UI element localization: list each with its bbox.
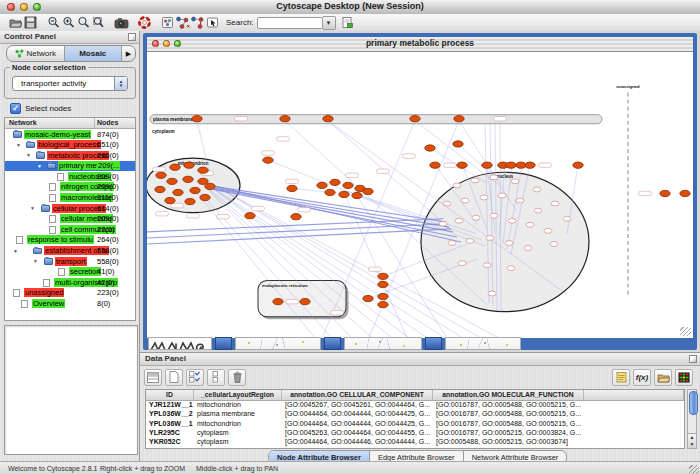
table-scrollbar-thumb[interactable] xyxy=(689,391,698,415)
table-column-header[interactable]: ID xyxy=(146,390,194,400)
network-window-titlebar[interactable]: primary metabolic process xyxy=(147,37,693,52)
tree-item[interactable]: ▼biological_process651(0) xyxy=(5,140,135,151)
network-edge[interactable] xyxy=(345,194,407,338)
table-scrollbar-arrows[interactable]: ▲▼ xyxy=(688,433,696,448)
tree-expand-icon[interactable]: ▼ xyxy=(30,205,35,211)
table-column-header[interactable]: annotation.GO MOLECULAR_FUNCTION xyxy=(433,390,584,400)
tree-expand-icon[interactable]: ▼ xyxy=(16,142,21,148)
tree-item[interactable]: secretion41(0) xyxy=(5,267,135,278)
table-row[interactable]: YDR039C__1mitochondrion[GO:0044464, GO:0… xyxy=(146,447,684,449)
network-node-selected[interactable] xyxy=(453,141,463,147)
tab-overflow-icon[interactable]: ▶ xyxy=(122,46,135,61)
network-node-selected[interactable] xyxy=(378,293,388,299)
network-view-window[interactable]: primary metabolic process plasma membran… xyxy=(143,33,697,350)
tree-item[interactable]: ▼transport558(0) xyxy=(5,256,135,267)
tree-item[interactable]: ▼cellular process614(0) xyxy=(5,203,135,214)
network-node-selected[interactable] xyxy=(287,185,297,191)
notes-icon[interactable] xyxy=(612,369,630,386)
network-node[interactable] xyxy=(551,201,559,206)
tree-item[interactable]: unassigned223(0) xyxy=(5,288,135,299)
network-node-selected[interactable] xyxy=(680,190,690,196)
network-node[interactable] xyxy=(480,195,488,200)
table-row[interactable]: YPL036W__1mitochondrion[GO:0044464, GO:0… xyxy=(146,419,684,428)
network-node[interactable] xyxy=(439,221,447,226)
float-panel-icon[interactable] xyxy=(128,33,136,41)
zoom-in-icon[interactable] xyxy=(61,15,76,30)
network-node[interactable] xyxy=(563,216,571,221)
new-attribute-icon[interactable] xyxy=(165,369,183,386)
function-builder-icon[interactable]: f(x) xyxy=(633,369,651,386)
network-node[interactable] xyxy=(511,179,519,184)
network-node-selected[interactable] xyxy=(573,162,583,168)
network-node-selected[interactable] xyxy=(457,162,467,168)
unselect-attributes-icon[interactable] xyxy=(207,369,225,386)
region-plasma-membrane[interactable] xyxy=(150,115,602,124)
network-node-selected[interactable] xyxy=(170,164,180,170)
network-node[interactable] xyxy=(453,183,461,188)
select-nodes-checkbox[interactable]: ✓ xyxy=(10,103,21,114)
network-node-selected[interactable] xyxy=(378,273,388,279)
network-node-selected[interactable] xyxy=(363,295,373,301)
tree-item[interactable]: nucleobase-209(0) xyxy=(5,171,135,182)
minimized-window-icon[interactable] xyxy=(425,337,442,350)
network-canvas[interactable]: plasma membranecytoplasmmitochondrionnuc… xyxy=(147,52,693,338)
network-node[interactable] xyxy=(466,239,474,244)
network-node-selected[interactable] xyxy=(273,298,283,304)
network-node[interactable] xyxy=(490,213,498,218)
network-node[interactable] xyxy=(534,208,542,213)
network-node[interactable] xyxy=(524,246,532,251)
zoom-out-icon[interactable] xyxy=(46,15,61,30)
network-node-selected[interactable] xyxy=(323,116,333,122)
float-panel-icon[interactable] xyxy=(689,355,697,363)
tab-network[interactable]: Network xyxy=(7,46,65,61)
network-node-selected[interactable] xyxy=(245,213,255,219)
tree-expand-icon[interactable]: ▼ xyxy=(37,163,42,169)
snapshot-camera-icon[interactable] xyxy=(114,15,129,30)
tree-expand-icon[interactable]: ▼ xyxy=(26,152,31,158)
network-node-selected[interactable] xyxy=(325,189,335,195)
network-node-selected[interactable] xyxy=(410,116,420,122)
delete-attribute-icon[interactable] xyxy=(228,369,246,386)
network-node[interactable] xyxy=(472,215,480,220)
network-node[interactable] xyxy=(490,175,498,180)
network-node-selected[interactable] xyxy=(339,191,349,197)
network-node-selected[interactable] xyxy=(263,157,273,163)
table-scrollbar[interactable]: ▲▼ xyxy=(687,389,697,449)
network-node[interactable] xyxy=(526,222,534,227)
help-lifesaver-icon[interactable] xyxy=(137,15,152,30)
network-node-selected[interactable] xyxy=(454,116,464,122)
tree-item[interactable]: ▼metabolic process280(0) xyxy=(5,150,135,161)
minimized-network-thumbnail[interactable] xyxy=(445,337,521,350)
network-node[interactable] xyxy=(544,228,552,233)
network-node[interactable] xyxy=(486,236,494,241)
window-titlebar[interactable]: Cytoscape Desktop (New Session) xyxy=(0,0,700,15)
window-resize-grip[interactable] xyxy=(680,327,691,336)
network-node[interactable] xyxy=(458,261,466,266)
network-node-selected[interactable] xyxy=(330,179,340,185)
network-node-selected[interactable] xyxy=(198,167,208,173)
network-node-selected[interactable] xyxy=(192,116,202,122)
network-node-selected[interactable] xyxy=(352,192,362,198)
table-column-header[interactable]: annotation.GO CELLULAR_COMPONENT xyxy=(282,390,433,400)
tree-item[interactable]: cell communicat22(0) xyxy=(5,224,135,235)
network-node-selected[interactable] xyxy=(291,214,301,220)
network-node[interactable] xyxy=(471,178,479,183)
network-node[interactable] xyxy=(461,198,469,203)
minimized-network-thumbnail[interactable] xyxy=(235,337,321,350)
network-node-selected[interactable] xyxy=(165,197,175,203)
tree-item[interactable]: multi-organism pro42(0) xyxy=(5,277,135,288)
network-node-selected[interactable] xyxy=(200,194,210,200)
import-attributes-icon[interactable] xyxy=(654,369,672,386)
network-node[interactable] xyxy=(448,241,456,246)
tree-item[interactable]: response to stimulu264(0) xyxy=(5,235,135,246)
network-node-selected[interactable] xyxy=(378,281,388,287)
vizmapper-icon[interactable] xyxy=(160,15,175,30)
network-node[interactable] xyxy=(483,263,491,268)
network-node-selected[interactable] xyxy=(198,178,208,184)
search-input[interactable] xyxy=(257,17,323,29)
attribute-table-icon[interactable] xyxy=(144,369,162,386)
network-node[interactable] xyxy=(488,291,496,296)
network-node-selected[interactable] xyxy=(156,172,166,178)
heatmap-icon[interactable] xyxy=(675,369,693,386)
annotation-icon[interactable] xyxy=(205,15,220,30)
